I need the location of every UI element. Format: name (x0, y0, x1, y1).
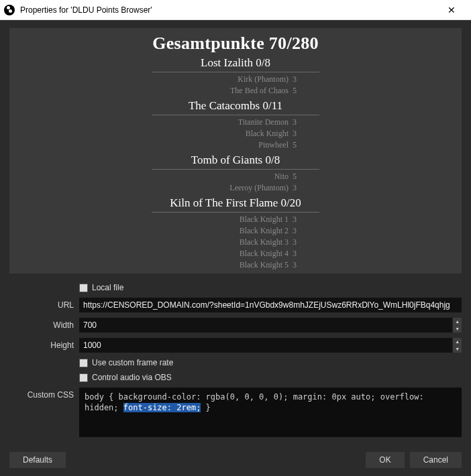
entry-row: Black Knight 53 (158, 259, 313, 271)
form: Local file URL Width ▲ ▼ Height (9, 274, 462, 442)
height-input[interactable] (79, 338, 452, 353)
width-label: Width (9, 320, 74, 330)
entry-points: 3 (293, 248, 313, 259)
entry-name: Black Knight 3 (158, 237, 293, 248)
height-label: Height (9, 341, 74, 350)
window-title: Properties for 'DLDU Points Browser' (20, 5, 436, 15)
defaults-button[interactable]: Defaults (9, 452, 66, 468)
control-audio-label[interactable]: Control audio via OBS (92, 373, 172, 382)
entry-row: Titanite Demon3 (158, 117, 313, 128)
titlebar: Properties for 'DLDU Points Browser' ✕ (0, 0, 471, 20)
entry-name: The Bed of Chaos (158, 85, 293, 97)
entry-name: Pinwheel (158, 139, 293, 151)
obs-icon (4, 5, 15, 15)
area-rule (152, 72, 319, 72)
ok-button[interactable]: OK (366, 452, 404, 468)
custom-css-input[interactable]: body { background-color: rgba(0, 0, 0, 0… (79, 388, 462, 437)
close-button[interactable]: ✕ (436, 5, 467, 15)
entry-points: 5 (293, 171, 313, 182)
width-spin-up[interactable]: ▲ (452, 318, 462, 325)
width-spin-down[interactable]: ▼ (452, 325, 462, 333)
entry-points: 3 (293, 237, 313, 248)
url-label: URL (9, 300, 74, 310)
entry-points: 3 (293, 225, 313, 237)
dialog-body: Gesamtpunkte 70/280 Lost Izalith 0/8Kirk… (0, 20, 471, 476)
entry-row: Black Knight3 (158, 128, 313, 139)
entry-name: Leeroy (Phantom) (158, 182, 293, 194)
entry-name: Titanite Demon (158, 117, 293, 128)
area-title: Lost Izalith 0/8 (16, 56, 455, 70)
browser-preview: Gesamtpunkte 70/280 Lost Izalith 0/8Kirk… (9, 28, 462, 274)
entry-name: Black Knight (158, 128, 293, 139)
control-audio-checkbox[interactable] (79, 373, 88, 382)
area-title: Kiln of The First Flame 0/20 (16, 196, 455, 210)
area-rule (152, 115, 319, 115)
entry-row: The Bed of Chaos5 (158, 85, 313, 97)
entry-points: 5 (293, 139, 313, 151)
height-spin-up[interactable]: ▲ (452, 338, 462, 345)
entry-row: Black Knight 33 (158, 237, 313, 248)
entry-name: Black Knight 2 (158, 225, 293, 237)
area-rule (152, 169, 319, 170)
height-spin-down[interactable]: ▼ (452, 345, 462, 353)
button-bar: Defaults OK Cancel (9, 442, 462, 468)
entry-points: 3 (293, 74, 313, 85)
entry-points: 3 (293, 182, 313, 194)
entry-points: 3 (293, 117, 313, 128)
custom-fr-label[interactable]: Use custom frame rate (92, 358, 173, 367)
entry-points: 3 (293, 259, 313, 271)
entry-row: Black Knight 23 (158, 225, 313, 237)
custom-css-label: Custom CSS (9, 388, 74, 400)
local-file-checkbox[interactable] (79, 284, 88, 292)
entry-row: Black Knight 13 (158, 214, 313, 225)
entry-row: Leeroy (Phantom)3 (158, 182, 313, 194)
entry-name: Black Knight 5 (158, 259, 293, 271)
url-input[interactable] (79, 298, 462, 312)
entry-name: Kirk (Phantom) (158, 74, 293, 85)
entry-name: Nito (158, 171, 293, 182)
entry-points: 3 (293, 128, 313, 139)
entry-name: Black Knight 4 (158, 248, 293, 259)
custom-fr-checkbox[interactable] (79, 359, 88, 367)
entry-row: Pinwheel5 (158, 139, 313, 151)
cancel-button[interactable]: Cancel (410, 452, 462, 468)
total-points: Gesamtpunkte 70/280 (16, 34, 455, 54)
entry-points: 3 (293, 214, 313, 225)
entry-row: Black Knight 43 (158, 248, 313, 259)
width-input[interactable] (79, 318, 452, 333)
area-title: The Catacombs 0/11 (16, 99, 455, 113)
entry-row: Kirk (Phantom)3 (158, 74, 313, 85)
area-title: Tomb of Giants 0/8 (16, 154, 455, 167)
entry-name: Black Knight 1 (158, 214, 293, 225)
entry-points: 5 (293, 85, 313, 97)
local-file-label[interactable]: Local file (92, 283, 123, 292)
area-rule (152, 212, 319, 213)
entry-row: Nito5 (158, 171, 313, 182)
